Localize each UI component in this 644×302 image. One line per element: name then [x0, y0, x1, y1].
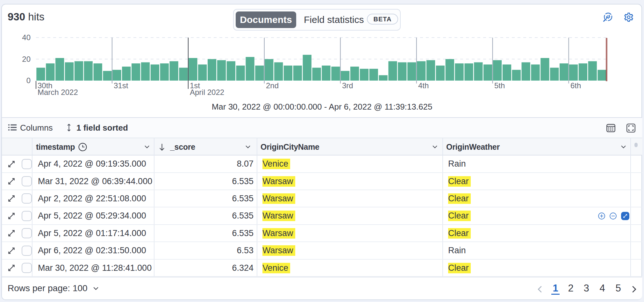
svg-text:40: 40	[22, 33, 31, 42]
svg-text:20: 20	[22, 55, 31, 63]
svg-text:3rd: 3rd	[342, 81, 353, 90]
svg-text:5th: 5th	[494, 81, 505, 90]
svg-text:31st: 31st	[114, 81, 128, 90]
svg-text:March 2022: March 2022	[38, 88, 78, 97]
svg-text:0: 0	[26, 76, 31, 85]
svg-text:6th: 6th	[570, 81, 581, 90]
svg-text:April 2022: April 2022	[190, 88, 224, 97]
svg-text:2nd: 2nd	[266, 81, 279, 90]
svg-text:4th: 4th	[418, 81, 429, 90]
